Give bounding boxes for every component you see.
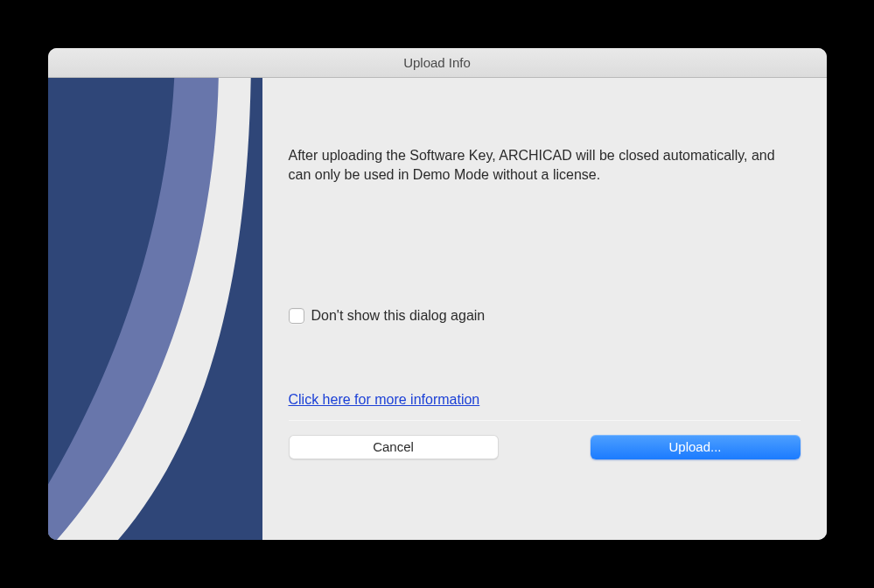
more-information-link[interactable]: Click here for more information	[289, 392, 801, 408]
dont-show-again-checkbox[interactable]	[289, 308, 304, 324]
dialog-button-row: Cancel Upload...	[289, 421, 801, 475]
dialog-content: After uploading the Software Key, ARCHIC…	[262, 78, 827, 540]
cancel-button[interactable]: Cancel	[289, 435, 499, 459]
upload-info-dialog: Upload Info After uploading the Software…	[48, 48, 827, 540]
dont-show-again-label: Don't show this dialog again	[311, 308, 486, 324]
dialog-title: Upload Info	[403, 55, 471, 70]
dialog-message: After uploading the Software Key, ARCHIC…	[289, 146, 801, 186]
sidebar-illustration	[48, 78, 262, 540]
dialog-titlebar: Upload Info	[48, 48, 827, 78]
dialog-body: After uploading the Software Key, ARCHIC…	[48, 78, 827, 540]
dont-show-again-row: Don't show this dialog again	[289, 308, 801, 324]
upload-button[interactable]: Upload...	[591, 435, 801, 459]
